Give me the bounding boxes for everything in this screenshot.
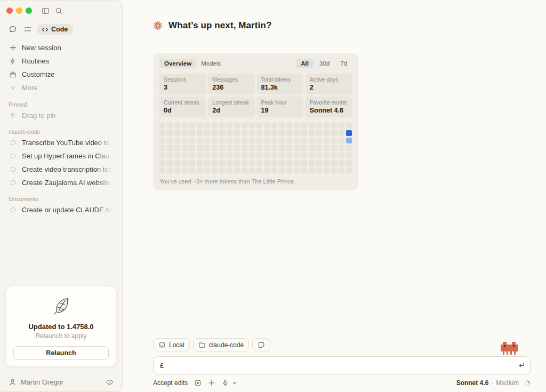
person-icon bbox=[9, 378, 17, 386]
heatmap-cell bbox=[227, 145, 232, 151]
sidebar-item-routines[interactable]: Routines bbox=[4, 55, 118, 67]
permission-mode-icon[interactable] bbox=[194, 379, 202, 387]
tab-overview[interactable]: Overview bbox=[159, 59, 196, 68]
prompt-input[interactable] bbox=[153, 356, 531, 374]
privacy-eye-icon[interactable] bbox=[106, 378, 114, 386]
range-30d[interactable]: 30d bbox=[315, 59, 334, 68]
heatmap-cell bbox=[167, 123, 173, 129]
sidebar-item-label: Routines bbox=[22, 57, 114, 65]
range-7d[interactable]: 7d bbox=[335, 59, 352, 68]
relaunch-button[interactable]: Relaunch bbox=[13, 346, 109, 360]
sidebar-item-customize[interactable]: Customize bbox=[4, 68, 118, 81]
heatmap-cell bbox=[242, 138, 247, 143]
stat-label: Sessions bbox=[164, 76, 202, 83]
tab-code[interactable]: Code bbox=[37, 24, 73, 35]
context-pill-local[interactable]: Local bbox=[153, 338, 190, 351]
heatmap-cell bbox=[219, 167, 225, 173]
heatmap-cell bbox=[249, 123, 255, 129]
sidebar-item-new-session[interactable]: New session bbox=[4, 42, 118, 54]
heatmap-cell bbox=[249, 167, 255, 173]
heatmap-cell bbox=[286, 167, 292, 173]
tab-models[interactable]: Models bbox=[196, 59, 226, 68]
heatmap-cell bbox=[189, 167, 195, 173]
heatmap-cell bbox=[309, 123, 315, 129]
heatmap-cell bbox=[316, 123, 322, 129]
heatmap-cell bbox=[271, 138, 277, 143]
heatmap-cell bbox=[331, 167, 337, 173]
toggle-sidebar-icon[interactable] bbox=[42, 7, 50, 15]
heatmap-cell bbox=[242, 153, 247, 158]
accept-edits-label[interactable]: Accept edits bbox=[153, 379, 188, 387]
heatmap-cell bbox=[234, 153, 240, 158]
sidebar-item-create-zaujaloma-ai-website-portal[interactable]: Create Zaujaloma AI website portal bbox=[4, 177, 118, 189]
sidebar-item-transcribe-youtube-video-to-text[interactable]: Transcribe YouTube video to text bbox=[4, 137, 118, 149]
heatmap-cell bbox=[324, 145, 330, 151]
heatmap-cell bbox=[197, 130, 203, 136]
heatmap-cell bbox=[174, 130, 180, 136]
heatmap-cell bbox=[182, 160, 188, 166]
heatmap-cell bbox=[301, 167, 307, 173]
close-window-button[interactable] bbox=[6, 7, 13, 14]
heatmap-cell bbox=[204, 130, 210, 136]
range-all[interactable]: All bbox=[296, 59, 314, 68]
heatmap-cell bbox=[242, 123, 247, 129]
mic-chevron-down-icon[interactable] bbox=[232, 380, 237, 386]
heatmap-cell bbox=[212, 130, 218, 136]
heatmap-cell bbox=[331, 145, 337, 151]
chats-tab[interactable] bbox=[6, 23, 19, 35]
search-icon[interactable] bbox=[55, 7, 63, 15]
sidebar-item-create-video-transcription-tool-with-ti[interactable]: Create video transcription tool with ti bbox=[4, 163, 118, 175]
sidebar-item-more[interactable]: More bbox=[4, 82, 118, 94]
zoom-window-button[interactable] bbox=[26, 7, 32, 14]
heatmap-cell bbox=[324, 167, 330, 173]
minimize-window-button[interactable] bbox=[16, 7, 22, 14]
sidebar-item-label: Transcribe YouTube video to text bbox=[22, 139, 114, 147]
heatmap-cell bbox=[339, 153, 344, 158]
heatmap-cell bbox=[174, 138, 180, 143]
heatmap-cell bbox=[182, 153, 188, 158]
heatmap-cell bbox=[167, 138, 173, 143]
greeting-text: What’s up next, Martin? bbox=[168, 20, 271, 31]
plus-icon bbox=[9, 44, 17, 52]
heatmap-cell bbox=[234, 145, 240, 151]
composer-footer: Accept edits Sonnet 4.6 bbox=[153, 379, 531, 387]
heatmap-cell bbox=[234, 167, 240, 173]
usage-stats-card: Overview Models All 30d 7d Sessions3Mess… bbox=[153, 53, 358, 190]
heatmap-cell bbox=[197, 167, 203, 173]
stat-messages: Messages236 bbox=[208, 74, 254, 94]
context-pill-branch[interactable] bbox=[252, 338, 270, 351]
heatmap-cell bbox=[189, 130, 195, 136]
heatmap-cell bbox=[271, 130, 277, 136]
leaf-icon bbox=[50, 295, 73, 316]
heatmap-cell bbox=[301, 145, 307, 151]
heatmap-cell bbox=[159, 138, 165, 143]
user-row[interactable]: Martin Gregor bbox=[0, 372, 122, 391]
heatmap-cell bbox=[294, 123, 300, 129]
heatmap-cell bbox=[256, 123, 262, 129]
heatmap-cell bbox=[324, 153, 330, 158]
heatmap-cell bbox=[301, 160, 307, 166]
heatmap-cell bbox=[219, 153, 225, 158]
heatmap-cell bbox=[249, 138, 255, 143]
model-selector[interactable]: Sonnet 4.6 · Medium bbox=[456, 379, 531, 387]
sidebar: Code New sessionRoutinesCustomizeMore Pi… bbox=[0, 0, 123, 392]
attach-plus-icon[interactable] bbox=[208, 379, 215, 387]
sidebar-item-set-up-hyperframes-in-claude-code[interactable]: Set up HyperFrames in Claude Code bbox=[4, 150, 118, 162]
heatmap-cell bbox=[346, 167, 352, 173]
return-key-icon[interactable] bbox=[517, 361, 525, 369]
stat-value: 2d bbox=[212, 107, 250, 114]
stat-label: Peak hour bbox=[261, 99, 299, 106]
sidebar-item-drag-to-pin[interactable]: Drag to pin bbox=[4, 109, 118, 122]
microphone-icon[interactable] bbox=[222, 379, 229, 387]
context-pill-claude-code[interactable]: claude-code bbox=[193, 338, 249, 351]
dashed-circle-icon bbox=[9, 179, 17, 186]
heatmap-cell bbox=[309, 138, 315, 143]
heatmap-cell bbox=[271, 167, 277, 173]
heatmap-cell bbox=[256, 160, 262, 166]
section-title-pinned: Pinned bbox=[0, 101, 122, 109]
heatmap-cell bbox=[294, 167, 300, 173]
heatmap-cell bbox=[279, 145, 285, 151]
tasks-tab[interactable] bbox=[21, 23, 34, 35]
sidebar-item-create-or-update-claude-md-file[interactable]: Create or update CLAUDE.MD file bbox=[4, 204, 118, 216]
heatmap-cell bbox=[346, 123, 352, 129]
